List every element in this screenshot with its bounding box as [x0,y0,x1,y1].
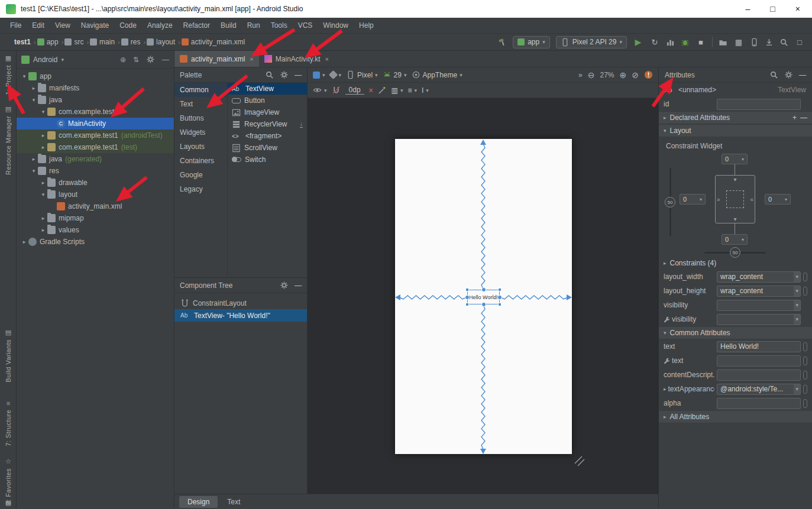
palette-category-text[interactable]: Text [174,97,227,111]
design-mode-select[interactable]: ▾ [313,72,325,79]
toolwindow-toggle-icon[interactable]: ▦ [0,499,17,507]
palette-item-button[interactable]: Button [228,95,307,106]
search-icon[interactable] [779,38,788,47]
visibility-select[interactable]: ▾ [717,300,801,311]
build-hammer-icon[interactable] [498,38,507,47]
pack-select[interactable]: ▥ ▾ [392,86,403,95]
infer-constraints-icon[interactable] [378,86,387,95]
palette-category-layouts[interactable]: Layouts [174,140,227,154]
text-appearance-select[interactable]: @android:style/Te... ▾ [717,384,801,395]
tree-row-layout[interactable]: ▾ layout [17,189,174,200]
breadcrumb-main[interactable]: main [90,38,115,46]
gear-icon[interactable] [280,70,289,79]
menu-build[interactable]: Build [215,18,242,33]
menu-code[interactable]: Code [114,18,142,33]
search-icon[interactable] [265,70,274,79]
palette-category-google[interactable]: Google [174,168,227,182]
tree-row-manifests[interactable]: ▸ manifests [17,82,174,94]
gear-icon[interactable] [146,55,155,64]
palette-item-textview[interactable]: Ab TextView [228,83,307,95]
constraint-anchor-bottom[interactable] [481,302,486,307]
gear-icon[interactable] [280,281,289,290]
remove-attribute-button[interactable]: — [800,114,807,122]
all-attributes-section[interactable]: ▸ All Attributes [659,410,812,423]
margin-bottom-select[interactable]: 0 ▾ [722,234,748,245]
profiler-icon[interactable] [666,38,675,47]
search-icon[interactable] [769,70,778,79]
expand-icon[interactable]: ▸ [39,180,47,186]
stop-button[interactable]: ■ [695,38,706,47]
resize-handle-bottomright[interactable] [498,303,502,306]
palette-item-recyclerview[interactable]: RecyclerView ↓ [228,118,307,130]
add-attribute-button[interactable]: + [792,114,797,122]
project-view-select[interactable]: Android [33,56,57,64]
locate-file-icon[interactable]: ⊕ [120,56,126,64]
flag-toggle[interactable] [803,342,807,351]
vertical-bias-handle[interactable]: 50 [665,197,675,208]
flag-toggle[interactable] [803,273,807,281]
tree-row-mipmap[interactable]: ▸ mipmap [17,212,174,224]
tree-row-drawable[interactable]: ▸ drawable [17,177,174,189]
menu-window[interactable]: Window [318,18,354,33]
orientation-select[interactable]: ▾ [330,72,342,78]
expand-icon[interactable]: ▸ [39,132,47,138]
menu-navigate[interactable]: Navigate [76,18,114,33]
expand-icon[interactable]: ▸ [20,239,28,245]
zoom-in-button[interactable]: ⊕ [620,70,627,80]
expand-icon[interactable]: ▾ [39,109,47,115]
tool-button-structure[interactable]: ≡ 7: Structure [0,400,17,446]
download-icon[interactable]: ↓ [300,121,303,128]
run-configuration-select[interactable]: app ▾ [513,36,550,48]
breadcrumb-layout[interactable]: layout [147,38,175,46]
expand-icon[interactable]: ▸ [39,144,47,150]
menu-help[interactable]: Help [354,18,379,33]
expand-icon[interactable]: ▾ [30,168,38,174]
breadcrumb-app[interactable]: app [37,38,59,46]
tree-row-activity-main-xml[interactable]: activity_main.xml [17,200,174,212]
common-attributes-section[interactable]: ▾ Common Attributes [659,326,812,339]
menu-tools[interactable]: Tools [266,18,293,33]
layout-inspector-icon[interactable]: ▦ [733,38,744,47]
api-level-select[interactable]: 29 ▾ [383,70,407,79]
chevron-right-icon[interactable]: ▸ [664,386,667,392]
horizontal-bias-handle[interactable]: 50 [730,247,740,258]
device-file-explorer-icon[interactable] [719,38,727,47]
flag-toggle[interactable] [803,356,807,365]
menu-analyze[interactable]: Analyze [142,18,178,33]
hide-panel-icon[interactable]: — [295,71,302,79]
restore-layout-icon[interactable]: □ [794,38,805,47]
hide-panel-icon[interactable]: — [799,71,806,79]
tree-row-values[interactable]: ▸ values [17,224,174,236]
palette-item-imageview[interactable]: ImageView [228,106,307,118]
palette-category-widgets[interactable]: Widgets [174,125,227,140]
palette-item-scrollview[interactable]: ScrollView [228,142,307,154]
tab-mainactivity-kt[interactable]: MainActivity.kt × [259,51,334,67]
palette-item-switch[interactable]: Switch [228,154,307,166]
device-menu-select[interactable]: Pixel ▾ [346,70,378,79]
constraint-anchor-right[interactable] [497,295,502,300]
hide-panel-icon[interactable]: — [162,56,169,64]
expand-icon[interactable]: ▾ [30,97,38,103]
zoom-out-button[interactable]: ⊖ [588,70,595,80]
view-options-select[interactable]: ▾ [313,86,327,95]
tools-text-input[interactable] [717,355,801,367]
breadcrumb-res[interactable]: res [121,38,141,46]
declared-attributes-section[interactable]: ▸ Declared Attributes + — [659,111,812,124]
layout-height-select[interactable]: wrap_content ▾ [717,286,801,297]
zoom-to-fit-button[interactable]: ⊘ [632,70,639,80]
expand-icon[interactable]: ▾ [20,73,28,79]
resize-handle-topleft[interactable] [465,288,469,291]
flag-toggle[interactable] [803,287,807,296]
run-button[interactable]: ▶ [633,37,643,47]
clear-constraints-button[interactable]: × [369,86,373,95]
menu-refactor[interactable]: Refactor [178,18,215,33]
tab-text[interactable]: Text [219,496,248,508]
selected-textview[interactable]: Hello World! [467,290,500,304]
expand-icon[interactable]: ▸ [30,85,38,91]
breadcrumb-src[interactable]: src [64,38,83,46]
warnings-icon[interactable] [644,70,653,79]
tab-activity-main-xml[interactable]: activity_main.xml × [174,51,259,67]
tree-row-package[interactable]: ▾ com.example.test1 [17,106,174,118]
content-description-input[interactable] [717,369,801,381]
right-constraint-icon[interactable]: « [750,196,753,203]
